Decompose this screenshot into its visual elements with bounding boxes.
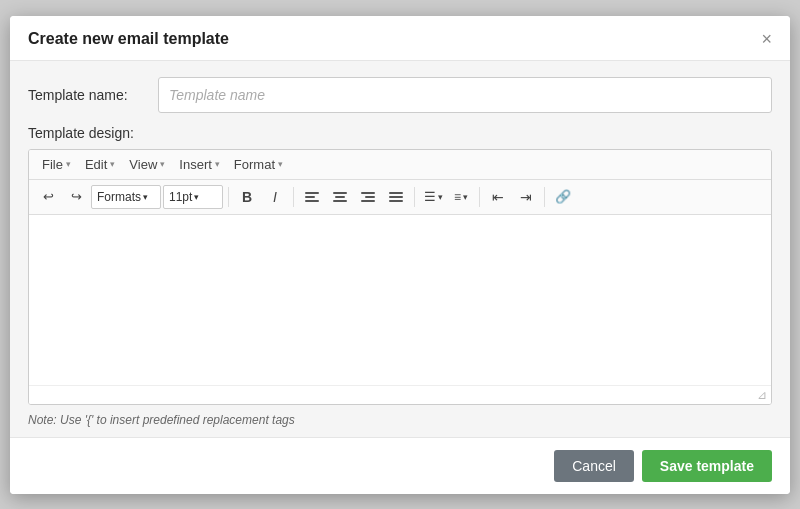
template-name-row: Template name: bbox=[28, 77, 772, 113]
create-template-dialog: Create new email template × Template nam… bbox=[10, 16, 790, 494]
dialog-title: Create new email template bbox=[28, 30, 229, 48]
ordered-list-icon: ≡ bbox=[454, 190, 461, 204]
justify-icon bbox=[389, 192, 403, 202]
italic-button[interactable]: I bbox=[262, 184, 288, 210]
edit-chevron-icon: ▾ bbox=[110, 159, 115, 169]
ul-chevron-icon: ▾ bbox=[438, 192, 443, 202]
link-icon: 🔗 bbox=[555, 189, 571, 204]
menu-format[interactable]: Format ▾ bbox=[229, 155, 288, 174]
font-size-dropdown[interactable]: 11pt ▾ bbox=[163, 185, 223, 209]
unordered-list-icon: ☰ bbox=[424, 189, 436, 204]
view-chevron-icon: ▾ bbox=[160, 159, 165, 169]
template-name-input[interactable] bbox=[158, 77, 772, 113]
separator-2 bbox=[293, 187, 294, 207]
fontsize-chevron-icon: ▾ bbox=[194, 192, 199, 202]
ol-chevron-icon: ▾ bbox=[463, 192, 468, 202]
file-chevron-icon: ▾ bbox=[66, 159, 71, 169]
editor-menubar: File ▾ Edit ▾ View ▾ Insert ▾ Format ▾ bbox=[29, 150, 771, 180]
indent-icon: ⇥ bbox=[520, 189, 532, 205]
align-right-button[interactable] bbox=[355, 184, 381, 210]
outdent-icon: ⇤ bbox=[492, 189, 504, 205]
formats-dropdown[interactable]: Formats ▾ bbox=[91, 185, 161, 209]
formats-chevron-icon: ▾ bbox=[143, 192, 148, 202]
dialog-footer: Cancel Save template bbox=[10, 437, 790, 494]
menu-file[interactable]: File ▾ bbox=[37, 155, 76, 174]
editor-toolbar: ↩ ↪ Formats ▾ 11pt ▾ B I bbox=[29, 180, 771, 215]
dialog-body: Template name: Template design: File ▾ E… bbox=[10, 61, 790, 437]
align-left-button[interactable] bbox=[299, 184, 325, 210]
resize-icon: ⊿ bbox=[757, 388, 767, 402]
format-chevron-icon: ▾ bbox=[278, 159, 283, 169]
outdent-button[interactable]: ⇤ bbox=[485, 184, 511, 210]
ordered-list-button[interactable]: ≡ ▾ bbox=[448, 184, 474, 210]
separator-5 bbox=[544, 187, 545, 207]
align-right-icon bbox=[361, 192, 375, 202]
editor-wrapper: File ▾ Edit ▾ View ▾ Insert ▾ Format ▾ bbox=[28, 149, 772, 405]
align-left-icon bbox=[305, 192, 319, 202]
menu-edit[interactable]: Edit ▾ bbox=[80, 155, 120, 174]
separator-4 bbox=[479, 187, 480, 207]
insert-chevron-icon: ▾ bbox=[215, 159, 220, 169]
unordered-list-button[interactable]: ☰ ▾ bbox=[420, 184, 446, 210]
link-button[interactable]: 🔗 bbox=[550, 184, 576, 210]
cancel-button[interactable]: Cancel bbox=[554, 450, 634, 482]
menu-insert[interactable]: Insert ▾ bbox=[174, 155, 225, 174]
justify-button[interactable] bbox=[383, 184, 409, 210]
indent-button[interactable]: ⇥ bbox=[513, 184, 539, 210]
editor-resize-handle: ⊿ bbox=[29, 385, 771, 404]
separator-3 bbox=[414, 187, 415, 207]
dialog-header: Create new email template × bbox=[10, 16, 790, 61]
template-name-label: Template name: bbox=[28, 87, 158, 103]
editor-content-area[interactable] bbox=[29, 215, 771, 385]
menu-view[interactable]: View ▾ bbox=[124, 155, 170, 174]
align-center-button[interactable] bbox=[327, 184, 353, 210]
close-button[interactable]: × bbox=[761, 30, 772, 48]
note-text: Note: Use '{' to insert predefined repla… bbox=[28, 413, 772, 427]
separator-1 bbox=[228, 187, 229, 207]
redo-button[interactable]: ↪ bbox=[63, 184, 89, 210]
align-center-icon bbox=[333, 192, 347, 202]
save-template-button[interactable]: Save template bbox=[642, 450, 772, 482]
undo-button[interactable]: ↩ bbox=[35, 184, 61, 210]
bold-button[interactable]: B bbox=[234, 184, 260, 210]
template-design-label: Template design: bbox=[28, 125, 772, 141]
